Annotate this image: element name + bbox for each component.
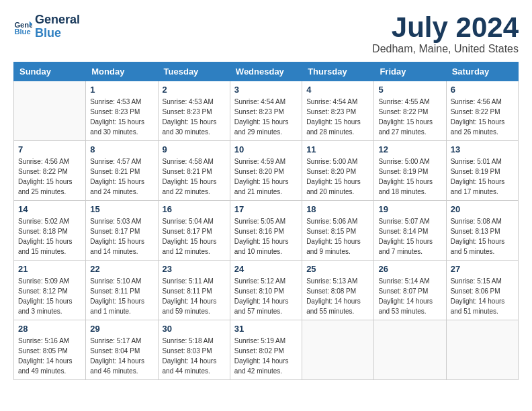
calendar-table: SundayMondayTuesdayWednesdayThursdayFrid… <box>13 62 519 380</box>
day-number: 7 <box>18 144 81 154</box>
calendar-cell: 24Sunrise: 5:12 AMSunset: 8:10 PMDayligh… <box>230 261 302 320</box>
calendar-cell: 25Sunrise: 5:13 AMSunset: 8:08 PMDayligh… <box>302 261 374 320</box>
calendar-cell: 30Sunrise: 5:18 AMSunset: 8:03 PMDayligh… <box>158 320 230 380</box>
day-info: Sunrise: 4:53 AMSunset: 8:23 PMDaylight:… <box>163 97 226 137</box>
day-number: 2 <box>163 85 226 95</box>
calendar-cell: 29Sunrise: 5:17 AMSunset: 8:04 PMDayligh… <box>86 320 158 380</box>
calendar-cell: 8Sunrise: 4:57 AMSunset: 8:21 PMDaylight… <box>86 141 158 201</box>
day-info: Sunrise: 5:07 AMSunset: 8:14 PMDaylight:… <box>378 216 441 257</box>
calendar-header: SundayMondayTuesdayWednesdayThursdayFrid… <box>14 62 519 81</box>
day-number: 12 <box>378 144 441 154</box>
day-info: Sunrise: 4:58 AMSunset: 8:21 PMDaylight:… <box>163 156 226 197</box>
calendar-cell: 2Sunrise: 4:53 AMSunset: 8:23 PMDaylight… <box>158 81 230 141</box>
day-number: 4 <box>306 85 369 95</box>
svg-text:Blue: Blue <box>14 28 30 36</box>
day-info: Sunrise: 5:01 AMSunset: 8:19 PMDaylight:… <box>451 156 514 197</box>
calendar-cell: 22Sunrise: 5:10 AMSunset: 8:11 PMDayligh… <box>86 261 158 320</box>
calendar-cell: 21Sunrise: 5:09 AMSunset: 8:12 PMDayligh… <box>14 261 86 320</box>
weekday-header-saturday: Saturday <box>446 62 518 81</box>
day-number: 20 <box>451 204 514 214</box>
day-info: Sunrise: 5:17 AMSunset: 8:04 PMDaylight:… <box>90 336 153 376</box>
calendar-cell <box>302 320 374 380</box>
calendar-cell: 11Sunrise: 5:00 AMSunset: 8:20 PMDayligh… <box>302 141 374 201</box>
day-info: Sunrise: 5:05 AMSunset: 8:16 PMDaylight:… <box>234 216 298 257</box>
calendar-cell: 14Sunrise: 5:02 AMSunset: 8:18 PMDayligh… <box>14 201 86 261</box>
day-number: 24 <box>234 264 298 274</box>
day-number: 26 <box>378 264 441 274</box>
calendar-cell: 16Sunrise: 5:04 AMSunset: 8:17 PMDayligh… <box>158 201 230 261</box>
title-block: July 2024 Dedham, Maine, United States <box>372 13 519 55</box>
day-number: 13 <box>451 144 514 154</box>
calendar-cell: 10Sunrise: 4:59 AMSunset: 8:20 PMDayligh… <box>230 141 302 201</box>
day-info: Sunrise: 5:13 AMSunset: 8:08 PMDaylight:… <box>306 276 369 316</box>
day-number: 17 <box>234 204 298 214</box>
weekday-header-row: SundayMondayTuesdayWednesdayThursdayFrid… <box>14 62 519 81</box>
day-info: Sunrise: 4:53 AMSunset: 8:23 PMDaylight:… <box>90 97 153 137</box>
day-number: 30 <box>163 324 226 334</box>
day-number: 25 <box>306 264 369 274</box>
calendar-cell: 3Sunrise: 4:54 AMSunset: 8:23 PMDaylight… <box>230 81 302 141</box>
day-info: Sunrise: 5:02 AMSunset: 8:18 PMDaylight:… <box>18 216 81 257</box>
day-number: 6 <box>451 85 514 95</box>
weekday-header-thursday: Thursday <box>302 62 374 81</box>
page-header: General Blue General Blue July 2024 Dedh… <box>13 13 519 55</box>
calendar-cell: 4Sunrise: 4:54 AMSunset: 8:23 PMDaylight… <box>302 81 374 141</box>
calendar-cell: 27Sunrise: 5:15 AMSunset: 8:06 PMDayligh… <box>446 261 518 320</box>
day-info: Sunrise: 5:18 AMSunset: 8:03 PMDaylight:… <box>163 336 226 376</box>
weekday-header-tuesday: Tuesday <box>158 62 230 81</box>
calendar-week-1: 1Sunrise: 4:53 AMSunset: 8:23 PMDaylight… <box>14 81 519 141</box>
day-info: Sunrise: 4:56 AMSunset: 8:22 PMDaylight:… <box>451 97 514 137</box>
day-info: Sunrise: 5:15 AMSunset: 8:06 PMDaylight:… <box>451 276 514 316</box>
calendar-body: 1Sunrise: 4:53 AMSunset: 8:23 PMDaylight… <box>14 81 519 380</box>
calendar-cell: 20Sunrise: 5:08 AMSunset: 8:13 PMDayligh… <box>446 201 518 261</box>
day-info: Sunrise: 5:06 AMSunset: 8:15 PMDaylight:… <box>306 216 369 257</box>
day-number: 10 <box>234 144 298 154</box>
calendar-cell <box>446 320 518 380</box>
day-number: 5 <box>378 85 441 95</box>
weekday-header-wednesday: Wednesday <box>230 62 302 81</box>
day-number: 31 <box>234 324 298 334</box>
day-info: Sunrise: 4:56 AMSunset: 8:22 PMDaylight:… <box>18 156 81 197</box>
calendar-cell: 19Sunrise: 5:07 AMSunset: 8:14 PMDayligh… <box>374 201 446 261</box>
day-info: Sunrise: 4:54 AMSunset: 8:23 PMDaylight:… <box>234 97 298 137</box>
day-number: 3 <box>234 85 298 95</box>
day-info: Sunrise: 4:55 AMSunset: 8:22 PMDaylight:… <box>378 97 441 137</box>
calendar-cell: 28Sunrise: 5:16 AMSunset: 8:05 PMDayligh… <box>14 320 86 380</box>
calendar-cell: 31Sunrise: 5:19 AMSunset: 8:02 PMDayligh… <box>230 320 302 380</box>
calendar-week-2: 7Sunrise: 4:56 AMSunset: 8:22 PMDaylight… <box>14 141 519 201</box>
day-number: 16 <box>163 204 226 214</box>
day-info: Sunrise: 4:57 AMSunset: 8:21 PMDaylight:… <box>90 156 153 197</box>
calendar-cell: 15Sunrise: 5:03 AMSunset: 8:17 PMDayligh… <box>86 201 158 261</box>
day-info: Sunrise: 5:03 AMSunset: 8:17 PMDaylight:… <box>90 216 153 257</box>
day-info: Sunrise: 5:19 AMSunset: 8:02 PMDaylight:… <box>234 336 298 376</box>
calendar-week-5: 28Sunrise: 5:16 AMSunset: 8:05 PMDayligh… <box>14 320 519 380</box>
calendar-cell: 17Sunrise: 5:05 AMSunset: 8:16 PMDayligh… <box>230 201 302 261</box>
day-info: Sunrise: 5:00 AMSunset: 8:19 PMDaylight:… <box>378 156 441 197</box>
day-info: Sunrise: 5:04 AMSunset: 8:17 PMDaylight:… <box>163 216 226 257</box>
month-title: July 2024 <box>372 13 519 42</box>
calendar-cell: 13Sunrise: 5:01 AMSunset: 8:19 PMDayligh… <box>446 141 518 201</box>
day-number: 19 <box>378 204 441 214</box>
calendar-cell: 7Sunrise: 4:56 AMSunset: 8:22 PMDaylight… <box>14 141 86 201</box>
day-info: Sunrise: 5:12 AMSunset: 8:10 PMDaylight:… <box>234 276 298 316</box>
logo-icon: General Blue <box>13 17 32 36</box>
day-number: 14 <box>18 204 81 214</box>
calendar-cell: 26Sunrise: 5:14 AMSunset: 8:07 PMDayligh… <box>374 261 446 320</box>
calendar-cell: 5Sunrise: 4:55 AMSunset: 8:22 PMDaylight… <box>374 81 446 141</box>
day-number: 15 <box>90 204 153 214</box>
day-info: Sunrise: 5:14 AMSunset: 8:07 PMDaylight:… <box>378 276 441 316</box>
day-number: 8 <box>90 144 153 154</box>
day-number: 11 <box>306 144 369 154</box>
day-number: 1 <box>90 85 153 95</box>
calendar-week-3: 14Sunrise: 5:02 AMSunset: 8:18 PMDayligh… <box>14 201 519 261</box>
calendar-week-4: 21Sunrise: 5:09 AMSunset: 8:12 PMDayligh… <box>14 261 519 320</box>
calendar-cell: 9Sunrise: 4:58 AMSunset: 8:21 PMDaylight… <box>158 141 230 201</box>
day-info: Sunrise: 5:10 AMSunset: 8:11 PMDaylight:… <box>90 276 153 316</box>
day-info: Sunrise: 4:54 AMSunset: 8:23 PMDaylight:… <box>306 97 369 137</box>
calendar-cell: 23Sunrise: 5:11 AMSunset: 8:11 PMDayligh… <box>158 261 230 320</box>
day-info: Sunrise: 5:09 AMSunset: 8:12 PMDaylight:… <box>18 276 81 316</box>
day-number: 23 <box>163 264 226 274</box>
weekday-header-friday: Friday <box>374 62 446 81</box>
day-info: Sunrise: 5:00 AMSunset: 8:20 PMDaylight:… <box>306 156 369 197</box>
day-number: 18 <box>306 204 369 214</box>
